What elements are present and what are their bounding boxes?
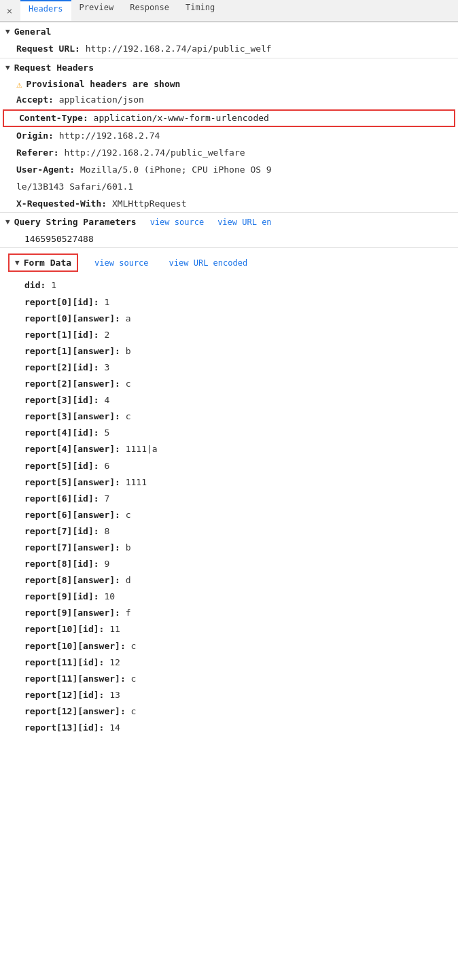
form-data-row: report[11][id]: 12 — [0, 654, 458, 671]
form-data-row: report[8][answer]: d — [0, 572, 458, 589]
provisional-warning-row: ⚠ Provisional headers are shown — [0, 77, 458, 92]
form-data-row: report[0][id]: 1 — [0, 294, 458, 311]
request-headers-section-header[interactable]: ▼ Request Headers — [0, 58, 458, 77]
header-referer: Referer: http://192.168.2.74/public_welf… — [0, 145, 458, 162]
request-url-key: Request URL: — [16, 43, 80, 54]
form-data-row: report[1][id]: 2 — [0, 327, 458, 343]
triangle-icon: ▼ — [15, 258, 20, 267]
form-data-row: report[5][answer]: 1111 — [0, 474, 458, 491]
form-data-row: report[3][answer]: c — [0, 408, 458, 425]
triangle-icon: ▼ — [5, 63, 10, 72]
form-data-row: report[3][id]: 4 — [0, 392, 458, 408]
triangle-icon: ▼ — [5, 217, 10, 226]
form-data-row: report[0][answer]: a — [0, 311, 458, 327]
form-data-label: Form Data — [24, 258, 71, 268]
form-data-row: report[6][id]: 7 — [0, 491, 458, 507]
request-url-value: http://192.168.2.74/api/public_welf — [86, 43, 272, 54]
form-data-row: report[6][answer]: c — [0, 507, 458, 523]
form-data-row: report[13][id]: 14 — [0, 720, 458, 736]
form-data-row: report[10][answer]: c — [0, 638, 458, 654]
query-string-header[interactable]: ▼ Query String Parameters — [5, 217, 137, 227]
form-data-row: report[2][answer]: c — [0, 376, 458, 392]
tab-headers[interactable]: Headers — [20, 0, 71, 21]
form-data-section-toolbar: ▼ Form Data view source view URL encoded — [0, 247, 458, 277]
general-section-label: General — [14, 27, 52, 37]
form-data-row: report[1][answer]: b — [0, 343, 458, 360]
tab-bar: × Headers Preview Response Timing — [0, 0, 458, 22]
form-data-row: report[8][id]: 9 — [0, 556, 458, 572]
header-user-agent-1: User-Agent: Mozilla/5.0 (iPhone; CPU iPh… — [0, 162, 458, 179]
close-icon: × — [7, 5, 12, 16]
form-data-row: report[4][id]: 5 — [0, 425, 458, 441]
query-view-url-link[interactable]: view URL en — [217, 217, 271, 227]
form-data-fields: did: 1report[0][id]: 1report[0][answer]:… — [0, 277, 458, 736]
provisional-warning-text: Provisional headers are shown — [26, 79, 180, 89]
form-data-row: report[10][id]: 11 — [0, 621, 458, 637]
header-accept: Accept: application/json — [0, 92, 458, 109]
query-string-section: ▼ Query String Parameters view source vi… — [0, 212, 458, 231]
general-section-header[interactable]: ▼ General — [0, 22, 458, 41]
query-string-label: Query String Parameters — [14, 217, 137, 227]
form-data-row: report[9][answer]: f — [0, 605, 458, 621]
form-data-row: report[7][id]: 8 — [0, 523, 458, 540]
request-url-row: Request URL: http://192.168.2.74/api/pub… — [0, 41, 458, 58]
form-data-row: did: 1 — [0, 277, 458, 294]
tab-timing[interactable]: Timing — [177, 0, 223, 21]
form-view-source-link[interactable]: view source — [94, 258, 148, 268]
header-origin: Origin: http://192.168.2.74 — [0, 128, 458, 145]
form-data-row: report[12][answer]: c — [0, 703, 458, 720]
header-content-type: Content-Type: application/x-www-form-url… — [3, 109, 455, 128]
close-button[interactable]: × — [3, 4, 16, 18]
tab-response[interactable]: Response — [122, 0, 177, 21]
header-user-agent-2: le/13B143 Safari/601.1 — [0, 179, 458, 196]
form-data-row: report[7][answer]: b — [0, 540, 458, 556]
triangle-icon: ▼ — [5, 27, 10, 36]
form-data-row: report[5][id]: 6 — [0, 458, 458, 474]
query-param-row: 1465950527488 — [0, 231, 458, 247]
form-data-row: report[11][answer]: c — [0, 671, 458, 687]
query-view-source-link[interactable]: view source — [150, 217, 204, 227]
request-headers-section-label: Request Headers — [14, 63, 94, 73]
tab-preview[interactable]: Preview — [71, 0, 122, 21]
header-x-requested-with: X-Requested-With: XMLHttpRequest — [0, 196, 458, 213]
form-data-row: report[12][id]: 13 — [0, 687, 458, 703]
form-data-header[interactable]: ▼ Form Data — [8, 253, 78, 272]
form-view-url-link[interactable]: view URL encoded — [169, 258, 248, 268]
form-data-row: report[9][id]: 10 — [0, 589, 458, 605]
form-data-row: report[2][id]: 3 — [0, 360, 458, 376]
form-data-row: report[4][answer]: 1111|a — [0, 441, 458, 457]
warning-icon: ⚠ — [16, 79, 22, 90]
